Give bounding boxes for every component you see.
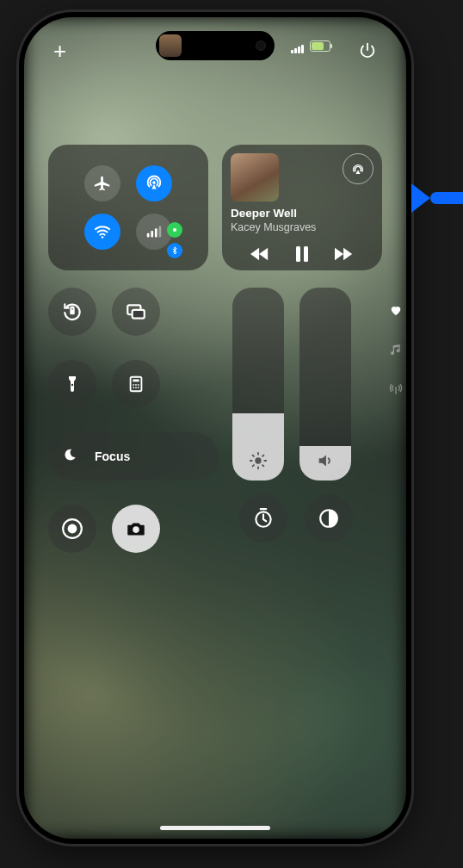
svg-rect-8 — [304, 246, 308, 262]
screen-mirroring-button[interactable] — [112, 288, 160, 336]
svg-point-16 — [135, 384, 137, 386]
svg-point-0 — [152, 181, 156, 184]
next-button[interactable] — [335, 246, 354, 262]
timer-button[interactable] — [239, 494, 287, 542]
airplane-icon — [93, 174, 112, 193]
svg-point-6 — [173, 228, 176, 232]
cellular-signal-icon — [291, 38, 305, 53]
heart-icon — [389, 303, 403, 317]
flashlight-icon — [62, 374, 83, 394]
bluetooth-icon — [170, 246, 179, 255]
music-note-icon — [389, 343, 403, 356]
volume-slider[interactable] — [299, 288, 351, 480]
svg-rect-4 — [155, 228, 157, 237]
home-indicator[interactable] — [160, 826, 270, 830]
personal-hotspot-badge — [167, 222, 182, 238]
airplay-button[interactable] — [343, 153, 373, 184]
backward-icon — [250, 246, 269, 262]
link-icon — [170, 226, 179, 234]
music-page-dot[interactable] — [389, 343, 403, 356]
flashlight-button[interactable] — [48, 360, 96, 408]
page-indicator[interactable] — [389, 303, 403, 396]
cellular-bars-icon — [145, 222, 164, 241]
svg-point-20 — [138, 387, 139, 388]
svg-rect-14 — [133, 380, 139, 382]
contrast-icon — [318, 507, 340, 530]
svg-point-19 — [135, 387, 137, 388]
brightness-slider[interactable] — [232, 288, 284, 480]
connectivity-page-dot[interactable] — [389, 382, 403, 396]
airdrop-icon — [145, 174, 164, 193]
svg-point-21 — [255, 457, 261, 463]
favorites-page-dot[interactable] — [389, 303, 403, 317]
screen-record-button[interactable] — [48, 505, 96, 553]
orientation-lock-button[interactable] — [48, 288, 96, 336]
airplane-mode-toggle[interactable] — [84, 165, 120, 202]
svg-point-15 — [133, 384, 134, 386]
calculator-icon — [127, 375, 145, 394]
timer-icon — [252, 507, 275, 530]
iphone-frame: + — [19, 12, 411, 844]
sun-icon — [249, 451, 268, 470]
dark-mode-button[interactable] — [305, 494, 353, 542]
track-artist: Kacey Musgraves — [231, 221, 373, 233]
status-icons — [291, 38, 330, 53]
screen: + — [24, 17, 406, 839]
power-button[interactable] — [358, 41, 377, 60]
status-bar: + — [24, 36, 406, 65]
wifi-toggle[interactable] — [84, 214, 120, 250]
calculator-button[interactable] — [112, 360, 160, 408]
previous-button[interactable] — [250, 246, 269, 262]
play-pause-button[interactable] — [295, 246, 309, 262]
forward-icon — [335, 246, 354, 262]
callout-arrow — [413, 183, 463, 213]
svg-rect-2 — [147, 233, 150, 238]
battery-icon — [310, 40, 330, 52]
focus-icon — [59, 443, 86, 470]
album-art — [231, 153, 279, 202]
svg-rect-3 — [151, 231, 153, 237]
lock-rotation-icon — [61, 301, 83, 323]
svg-point-18 — [133, 387, 134, 388]
wifi-icon — [93, 222, 112, 241]
svg-rect-11 — [133, 310, 145, 319]
control-center: Deeper Well Kacey Musgraves — [48, 145, 382, 787]
svg-point-26 — [133, 526, 139, 533]
speaker-icon — [316, 451, 335, 470]
pause-icon — [295, 246, 309, 262]
airplay-icon — [350, 161, 366, 177]
focus-button[interactable]: Focus — [48, 432, 219, 480]
camera-button[interactable] — [112, 505, 160, 553]
track-title: Deeper Well — [231, 207, 373, 220]
svg-point-25 — [68, 524, 77, 534]
now-playing-module[interactable]: Deeper Well Kacey Musgraves — [222, 145, 382, 270]
connectivity-module[interactable] — [48, 145, 208, 270]
antenna-icon — [389, 382, 403, 396]
cellular-toggle[interactable] — [136, 214, 172, 250]
svg-point-1 — [102, 236, 104, 239]
svg-rect-5 — [159, 226, 162, 238]
svg-point-17 — [138, 384, 139, 386]
svg-point-12 — [71, 384, 73, 386]
airdrop-toggle[interactable] — [136, 165, 172, 202]
record-icon — [61, 518, 83, 540]
bluetooth-badge — [167, 243, 182, 258]
svg-rect-7 — [296, 246, 300, 262]
camera-icon — [125, 518, 147, 540]
screen-mirroring-icon — [125, 301, 147, 323]
brightness-fill — [232, 413, 284, 480]
add-control-button[interactable]: + — [53, 40, 66, 62]
focus-label: Focus — [95, 450, 130, 463]
